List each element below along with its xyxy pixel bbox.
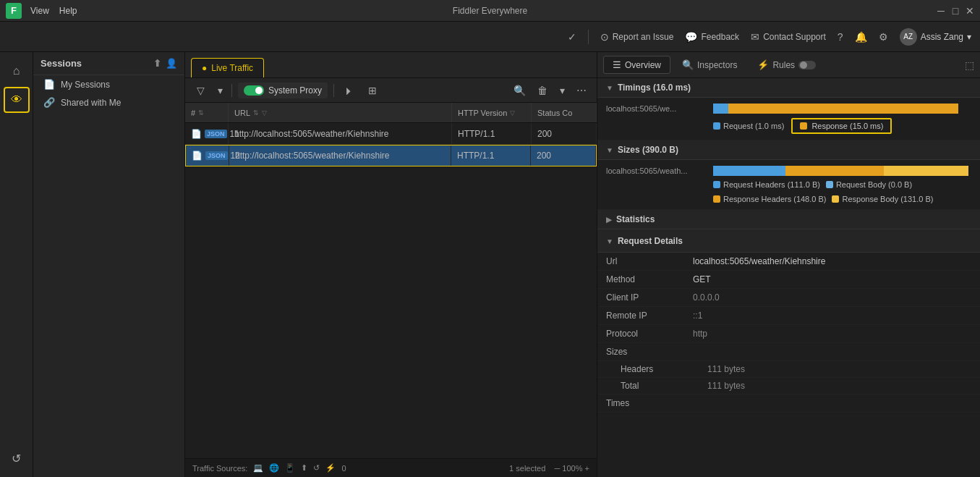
res-body-dot xyxy=(832,195,839,203)
maximize-button[interactable]: □ xyxy=(951,7,960,15)
request-legend-item: Request (1.0 ms) xyxy=(713,122,784,130)
close-button[interactable]: ✕ xyxy=(966,7,974,15)
zoom-minus[interactable]: ─ xyxy=(555,464,561,473)
th-http-label: HTTP Version xyxy=(458,109,507,117)
zoom-level: 100% xyxy=(562,464,582,473)
table-row[interactable]: 📄 JSON 11 http://localhost:5065/weather/… xyxy=(185,123,597,145)
toolbar-sep-2 xyxy=(333,84,334,97)
filter-dropdown-button[interactable]: ▾ xyxy=(214,83,226,98)
session-table-container: # ⇅ URL ⇅ ▽ HTTP Version ▽ Status Co xyxy=(185,103,597,458)
th-url: URL ⇅ ▽ xyxy=(229,103,452,122)
request-details-header[interactable]: ▼ Request Details xyxy=(597,230,980,253)
detail-url-val: localhost:5065/weather/Kiehnshire xyxy=(693,256,825,266)
traffic-count: ⚡ xyxy=(325,463,336,473)
http-filter-icon[interactable]: ▽ xyxy=(510,109,515,117)
live-traffic-tab-icon: ● xyxy=(202,63,207,73)
th-status-label: Status Co xyxy=(537,109,572,117)
sidebar-home-btn[interactable]: ⌂ xyxy=(4,58,30,84)
github-icon: ⊙ xyxy=(600,31,609,43)
detail-url-key: Url xyxy=(606,256,693,266)
detail-total-row: Total 111 bytes xyxy=(597,378,980,394)
statistics-section-label: Statistics xyxy=(616,214,655,224)
right-content: ▼ Timings (16.0 ms) localhost:5065/we... xyxy=(597,78,980,477)
contact-support-action[interactable]: ✉ Contact Support xyxy=(751,31,826,43)
request-legend-dot xyxy=(713,122,720,130)
sessions-user-icon[interactable]: 👤 xyxy=(166,58,177,69)
user-badge[interactable]: AZ Assis Zang ▾ xyxy=(900,28,971,46)
traffic-mobile-icon[interactable]: 📱 xyxy=(285,463,295,473)
rules-toggle-switch[interactable] xyxy=(798,61,816,69)
search-button[interactable]: 🔍 xyxy=(510,83,529,98)
sidebar-traffic-btn[interactable]: 👁 xyxy=(4,87,30,113)
notification-icon[interactable]: 🔔 xyxy=(855,31,867,43)
traffic-replay-icon[interactable]: ↺ xyxy=(313,463,320,473)
req-headers-label: Request Headers (111.0 B) xyxy=(723,180,820,189)
url-sort-icon[interactable]: ⇅ xyxy=(253,109,259,117)
response-legend-item: Response (15.0 ms) xyxy=(791,118,892,134)
sizes-section-header[interactable]: ▼ Sizes (390.0 B) xyxy=(597,140,980,160)
row-2-status: 200 xyxy=(537,151,551,161)
sizes-bar-row: localhost:5065/weath... xyxy=(606,166,971,176)
proxy-toggle-switch[interactable] xyxy=(244,85,264,96)
response-legend-dot xyxy=(800,122,807,130)
menu-view[interactable]: View xyxy=(30,6,49,16)
topbar: ✓ ⊙ Report an Issue 💬 Feedback ✉ Contact… xyxy=(0,22,980,52)
stats-section: ▶ Statistics xyxy=(597,210,980,230)
traffic-web-icon[interactable]: 🌐 xyxy=(269,463,279,473)
stream-button[interactable]: ⏵ xyxy=(340,83,359,98)
session-rows: 📄 JSON 11 http://localhost:5065/weather/… xyxy=(185,123,597,458)
timing-request-bar xyxy=(713,104,728,114)
th-number: # ⇅ xyxy=(185,103,229,122)
json-badge-2: JSON xyxy=(205,151,228,160)
sessions-shared-with-me[interactable]: 🔗 Shared with Me xyxy=(33,93,184,111)
timing-response-bar xyxy=(728,104,958,114)
url-filter-icon[interactable]: ▽ xyxy=(262,109,267,117)
sort-icon[interactable]: ⇅ xyxy=(198,109,204,117)
tab-overview[interactable]: ☰ Overview xyxy=(603,56,670,74)
feedback-action[interactable]: 💬 Feedback xyxy=(685,31,739,43)
sessions-my-sessions[interactable]: 📄 My Sessions xyxy=(33,75,184,93)
traffic-desktop-icon[interactable]: 💻 xyxy=(253,463,263,473)
titlebar-left: F View Help xyxy=(6,3,77,19)
settings-icon[interactable]: ⚙ xyxy=(879,31,888,43)
traffic-import-icon[interactable]: ⬆ xyxy=(301,463,307,473)
timings-section-header[interactable]: ▼ Timings (16.0 ms) xyxy=(597,78,980,98)
email-icon: ✉ xyxy=(751,31,759,43)
detail-method-val: GET xyxy=(693,274,711,284)
filter-button[interactable]: ▽ xyxy=(191,83,210,98)
sizes-section-label: Sizes (390.0 B) xyxy=(618,145,678,155)
traffic-sources-label: Traffic Sources: xyxy=(192,464,247,473)
detail-client-ip-row: Client IP 0.0.0.0 xyxy=(597,289,980,307)
shared-with-me-label: Shared with Me xyxy=(61,98,121,108)
sidebar-replay-btn[interactable]: ↺ xyxy=(4,445,30,471)
detail-protocol-key: Protocol xyxy=(606,329,693,339)
right-tabs: ☰ Overview 🔍 Inspectors ⚡ Rules ⬚ xyxy=(597,52,980,78)
inspectors-tab-label: Inspectors xyxy=(697,60,737,70)
report-issue-action[interactable]: ⊙ Report an Issue xyxy=(600,31,674,43)
more-button[interactable]: ⋯ xyxy=(572,83,591,98)
status-action[interactable]: ✓ xyxy=(568,31,576,43)
req-body-label: Request Body (0.0 B) xyxy=(836,180,912,189)
proxy-toggle[interactable]: System Proxy xyxy=(238,83,328,98)
inspectors-tab-icon: 🔍 xyxy=(682,59,694,70)
tab-rules[interactable]: ⚡ Rules xyxy=(749,56,825,73)
detail-url-row: Url localhost:5065/weather/Kiehnshire xyxy=(597,253,980,271)
res-headers-legend: Response Headers (148.0 B) xyxy=(713,195,826,203)
expand-icon[interactable]: ⬚ xyxy=(965,59,974,71)
delete-button[interactable]: 🗑 xyxy=(533,83,552,98)
timings-chart: localhost:5065/we... Request (1.0 ms) Re… xyxy=(597,98,980,140)
file-icon-2: 📄 xyxy=(192,151,203,161)
table-row[interactable]: 📄 JSON 12 http://localhost:5065/weather/… xyxy=(185,145,597,166)
sessions-import-icon[interactable]: ⬆ xyxy=(153,58,161,69)
zoom-plus[interactable]: + xyxy=(585,464,589,473)
minimize-button[interactable]: ─ xyxy=(937,7,945,15)
help-icon[interactable]: ? xyxy=(838,31,843,43)
live-traffic-tab[interactable]: ● Live Traffic xyxy=(191,58,264,77)
decode-button[interactable]: ⊞ xyxy=(363,83,382,98)
menu-help[interactable]: Help xyxy=(59,6,77,16)
tab-inspectors[interactable]: 🔍 Inspectors xyxy=(673,56,746,73)
sidebar-icons: ⌂ 👁 ↺ xyxy=(0,52,33,477)
statistics-section-header[interactable]: ▶ Statistics xyxy=(597,210,980,229)
detail-total-val: 111 bytes xyxy=(707,381,745,391)
delete-dropdown-button[interactable]: ▾ xyxy=(556,83,568,98)
